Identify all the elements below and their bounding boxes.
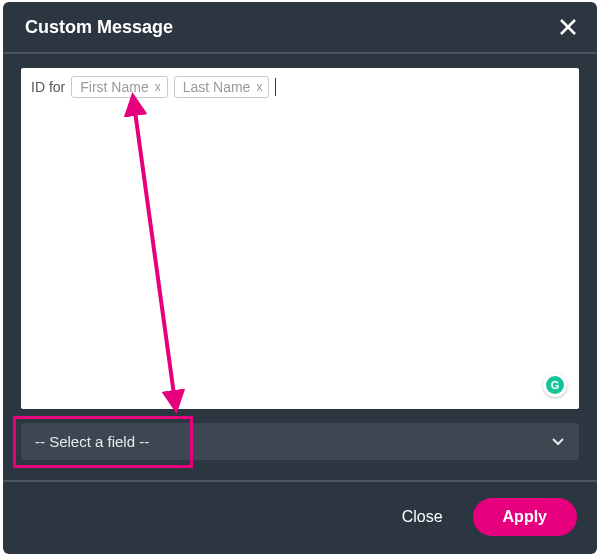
grammarly-letter: G (546, 376, 564, 394)
token-label: First Name (80, 79, 148, 95)
grammarly-icon[interactable]: G (543, 373, 567, 397)
field-token-last-name[interactable]: Last Name x (174, 76, 270, 98)
field-select-dropdown[interactable]: -- Select a field -- (21, 423, 579, 460)
editor-content-line: ID for First Name x Last Name x (31, 76, 569, 98)
close-icon[interactable] (557, 16, 579, 38)
modal-body: ID for First Name x Last Name x G (3, 54, 597, 419)
token-remove-icon[interactable]: x (256, 81, 262, 93)
modal-footer: Close Apply (3, 480, 597, 554)
chevron-down-icon (551, 433, 565, 450)
apply-button[interactable]: Apply (473, 498, 577, 536)
modal-header: Custom Message (3, 2, 597, 54)
modal-title: Custom Message (25, 17, 173, 38)
field-select-placeholder: -- Select a field -- (35, 433, 149, 450)
field-token-first-name[interactable]: First Name x (71, 76, 167, 98)
token-remove-icon[interactable]: x (155, 81, 161, 93)
custom-message-modal: Custom Message ID for First Name x Last … (3, 2, 597, 554)
message-editor[interactable]: ID for First Name x Last Name x G (21, 68, 579, 409)
text-cursor (275, 78, 276, 96)
close-button[interactable]: Close (402, 508, 443, 526)
token-label: Last Name (183, 79, 251, 95)
field-select-wrap: -- Select a field -- (21, 423, 579, 460)
editor-prefix-text: ID for (31, 79, 65, 95)
